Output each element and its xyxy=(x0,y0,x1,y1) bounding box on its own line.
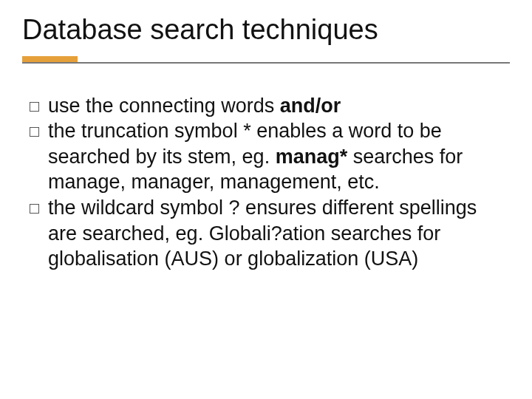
list-item-text: the truncation symbol * enables a word t… xyxy=(48,118,502,195)
list-item: use the connecting words and/or xyxy=(30,93,502,119)
page-title: Database search techniques xyxy=(22,15,510,46)
checkbox-icon xyxy=(30,127,39,137)
list-item-text: the wildcard symbol ? ensures different … xyxy=(48,195,502,272)
list-item: the truncation symbol * enables a word t… xyxy=(30,118,502,195)
list-item-text: use the connecting words and/or xyxy=(48,93,502,119)
list-item: the wildcard symbol ? ensures different … xyxy=(30,195,502,272)
divider-line xyxy=(22,62,510,64)
checkbox-icon xyxy=(30,204,39,214)
checkbox-icon xyxy=(30,102,39,112)
bullet-list: use the connecting words and/or the trun… xyxy=(30,93,502,272)
slide: Database search techniques use the conne… xyxy=(0,0,532,399)
title-rule xyxy=(22,56,510,64)
